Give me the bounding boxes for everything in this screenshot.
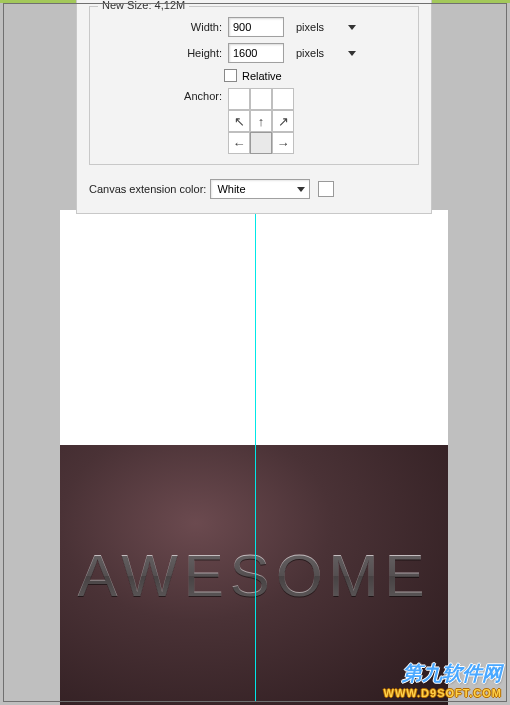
height-unit-value: pixels [296,47,324,59]
watermark: 第九软件网 WWW.D9SOFT.COM [384,660,503,699]
new-size-label: New Size: [102,0,152,11]
anchor-cell-4[interactable]: ↑ [250,110,272,132]
anchor-cell-center[interactable] [250,132,272,154]
anchor-cell-8[interactable]: → [272,132,294,154]
extension-color-value: White [217,183,245,195]
canvas-size-dialog: New Size: 4,12M Width: pixels Height: pi… [76,0,432,214]
chevron-down-icon [348,51,356,56]
height-input[interactable] [228,43,284,63]
anchor-cell-1[interactable] [250,88,272,110]
chevron-down-icon [348,25,356,30]
new-size-legend: New Size: 4,12M [98,0,189,11]
height-row: Height: pixels [98,43,410,63]
anchor-cell-3[interactable]: ↖ [228,110,250,132]
watermark-line1: 第九软件网 [384,660,503,687]
watermark-line2: WWW.D9SOFT.COM [384,687,503,699]
width-unit-dropdown[interactable]: pixels [290,17,360,37]
relative-label: Relative [242,70,282,82]
extension-color-label: Canvas extension color: [89,183,206,195]
width-label: Width: [98,21,228,33]
anchor-grid: ↖ ↑ ↗ ← → [228,88,294,154]
extension-color-swatch[interactable] [318,181,334,197]
height-label: Height: [98,47,228,59]
anchor-cell-6[interactable]: ← [228,132,250,154]
anchor-row: Anchor: ↖ ↑ ↗ ← → [98,88,410,154]
anchor-cell-5[interactable]: ↗ [272,110,294,132]
extension-color-dropdown[interactable]: White [210,179,310,199]
width-row: Width: pixels [98,17,410,37]
chevron-down-icon [297,187,305,192]
anchor-cell-0[interactable] [228,88,250,110]
height-unit-dropdown[interactable]: pixels [290,43,360,63]
anchor-cell-2[interactable] [272,88,294,110]
anchor-label: Anchor: [98,88,228,154]
relative-checkbox[interactable] [224,69,237,82]
width-input[interactable] [228,17,284,37]
width-unit-value: pixels [296,21,324,33]
artwork-text: AWESOME [77,541,430,610]
canvas-upper-white [60,210,448,445]
new-size-value: 4,12M [155,0,186,11]
new-size-fieldset: New Size: 4,12M Width: pixels Height: pi… [89,6,419,165]
extension-color-row: Canvas extension color: White [89,179,419,199]
relative-row: Relative [224,69,410,82]
